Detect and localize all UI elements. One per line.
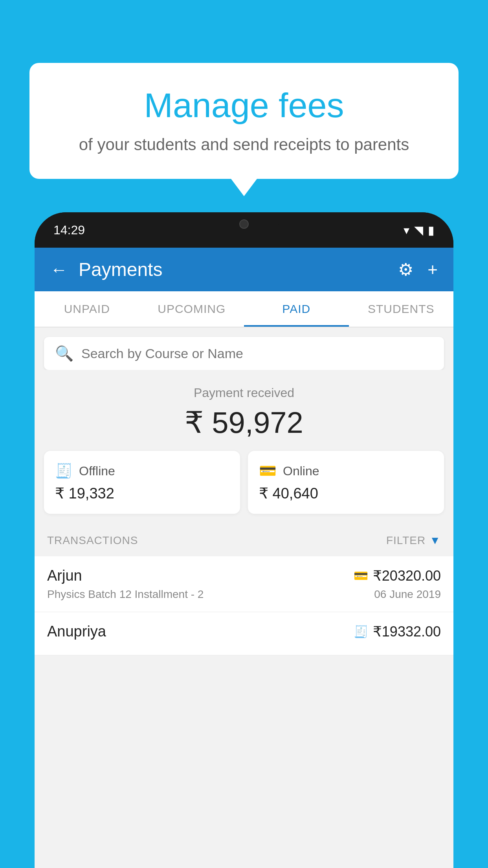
transaction-amount-2: ₹19332.00 <box>373 623 441 640</box>
transaction-name-2: Anupriya <box>47 623 106 640</box>
search-icon: 🔍 <box>55 345 73 362</box>
transactions-label: TRANSACTIONS <box>47 534 138 547</box>
online-label: Online <box>283 464 319 478</box>
search-bar[interactable]: 🔍 <box>44 337 444 370</box>
payment-type-icon-1: 💳 <box>354 569 368 583</box>
transaction-name-1: Arjun <box>47 567 82 584</box>
payment-type-icon-2: 🧾 <box>354 625 368 638</box>
transaction-amount-1: ₹20320.00 <box>373 568 441 584</box>
tabs-bar: UNPAID UPCOMING PAID STUDENTS <box>35 291 453 327</box>
offline-card-header: 🧾 Offline <box>55 463 229 479</box>
payment-label: Payment received <box>44 386 444 400</box>
tab-upcoming[interactable]: UPCOMING <box>139 291 244 327</box>
header-left: ← Payments <box>50 259 162 280</box>
transactions-header: TRANSACTIONS FILTER ▼ <box>35 525 453 556</box>
app-screen: ← Payments ⚙ + UNPAID UPCOMING PAID STUD… <box>35 248 453 868</box>
tab-unpaid[interactable]: UNPAID <box>35 291 139 327</box>
page-title: Payments <box>79 259 162 280</box>
status-bar: 14:29 ▾ ◥ ▮ <box>35 212 453 248</box>
phone-time: 14:29 <box>53 223 85 237</box>
signal-icon: ◥ <box>414 223 423 237</box>
transaction-row-2[interactable]: Anupriya 🧾 ₹19332.00 <box>35 612 453 655</box>
transaction-desc-1: Physics Batch 12 Installment - 2 <box>47 588 204 601</box>
transaction-amount-wrap-1: 💳 ₹20320.00 <box>354 568 441 584</box>
transaction-date-1: 06 June 2019 <box>374 588 441 601</box>
bubble-subtitle: of your students and send receipts to pa… <box>61 134 427 156</box>
phone-notch <box>209 212 279 236</box>
bubble-title: Manage fees <box>61 86 427 125</box>
phone-camera <box>239 219 249 229</box>
payment-amount: ₹ 59,972 <box>44 405 444 440</box>
payment-cards: 🧾 Offline ₹ 19,332 💳 Online ₹ 40,640 <box>35 451 453 525</box>
speech-bubble: Manage fees of your students and send re… <box>29 63 459 179</box>
speech-bubble-container: Manage fees of your students and send re… <box>29 63 459 179</box>
app-header: ← Payments ⚙ + <box>35 248 453 291</box>
back-button[interactable]: ← <box>50 261 68 278</box>
search-input[interactable] <box>81 346 433 361</box>
payment-summary: Payment received ₹ 59,972 <box>35 370 453 451</box>
filter-icon: ▼ <box>429 534 441 547</box>
phone-frame: 14:29 ▾ ◥ ▮ ← Payments ⚙ + UNPAID UPCOMI… <box>35 212 453 868</box>
offline-label: Offline <box>79 464 115 478</box>
transaction-row[interactable]: Arjun 💳 ₹20320.00 Physics Batch 12 Insta… <box>35 556 453 612</box>
online-card-header: 💳 Online <box>259 463 433 479</box>
header-right: ⚙ + <box>398 259 438 280</box>
gear-icon[interactable]: ⚙ <box>398 259 413 280</box>
transaction-bottom-1: Physics Batch 12 Installment - 2 06 June… <box>47 588 441 601</box>
online-amount: ₹ 40,640 <box>259 485 433 502</box>
transaction-top-1: Arjun 💳 ₹20320.00 <box>47 567 441 584</box>
online-card: 💳 Online ₹ 40,640 <box>248 451 444 514</box>
battery-icon: ▮ <box>428 223 435 237</box>
add-icon[interactable]: + <box>427 260 438 280</box>
status-icons: ▾ ◥ ▮ <box>404 223 435 237</box>
offline-amount: ₹ 19,332 <box>55 485 229 502</box>
wifi-icon: ▾ <box>404 223 409 237</box>
filter-label: FILTER <box>386 534 426 547</box>
offline-card: 🧾 Offline ₹ 19,332 <box>44 451 240 514</box>
offline-icon: 🧾 <box>55 463 73 479</box>
transaction-amount-wrap-2: 🧾 ₹19332.00 <box>354 623 441 640</box>
filter-button[interactable]: FILTER ▼ <box>386 534 441 547</box>
online-icon: 💳 <box>259 463 277 479</box>
tab-paid[interactable]: PAID <box>244 291 349 327</box>
transaction-top-2: Anupriya 🧾 ₹19332.00 <box>47 623 441 640</box>
tab-students[interactable]: STUDENTS <box>349 291 454 327</box>
